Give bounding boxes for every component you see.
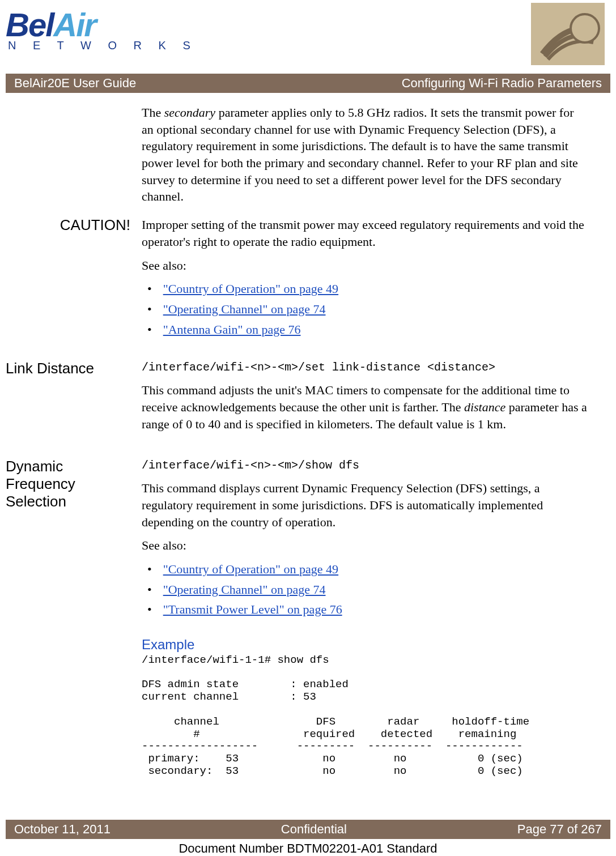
link-operating-channel[interactable]: "Operating Channel" on page 74 <box>163 301 326 318</box>
list-item: "Country of Operation" on page 49 <box>147 561 588 578</box>
distance-em: distance <box>464 400 505 414</box>
footer-confidential: Confidential <box>281 822 347 837</box>
cmd-link-distance: /interface/wifi-<n>-<m>/set link-distanc… <box>142 360 588 375</box>
section-title: Configuring Wi-Fi Radio Parameters <box>402 76 602 91</box>
list-item: "Operating Channel" on page 74 <box>147 301 588 318</box>
link-country-operation-2[interactable]: "Country of Operation" on page 49 <box>163 561 338 578</box>
footer-bar: October 11, 2011 Confidential Page 77 of… <box>6 820 610 839</box>
footer-date: October 11, 2011 <box>14 822 111 837</box>
page-header: BelAir N E T W O R K S <box>0 0 616 74</box>
footer-page: Page 77 of 267 <box>517 822 602 837</box>
dfs-paragraph: This command displays current Dynamic Fr… <box>142 480 588 530</box>
document-number: Document Number BDTM02201-A01 Standard <box>0 841 616 856</box>
link-operating-channel-2[interactable]: "Operating Channel" on page 74 <box>163 581 326 598</box>
logo-air: Air <box>53 6 96 43</box>
list-item: "Antenna Gain" on page 76 <box>147 321 588 338</box>
heading-dfs: Dynamic Frequency Selection <box>6 458 142 778</box>
belair-logo: BelAir N E T W O R K S <box>6 6 197 52</box>
title-bar: BelAir20E User Guide Configuring Wi-Fi R… <box>6 74 610 93</box>
networks-label: N E T W O R K S <box>8 39 197 52</box>
page-content: The secondary parameter applies only to … <box>0 93 616 794</box>
sidebar-empty <box>6 104 142 212</box>
caution-text: Improper setting of the transmit power m… <box>142 216 588 250</box>
secondary-param-paragraph: The secondary parameter applies only to … <box>142 104 588 205</box>
see-also-1: See also: <box>142 257 588 274</box>
see-also-list-1: "Country of Operation" on page 49 "Opera… <box>142 280 588 338</box>
belair-wordmark: BelAir <box>6 6 197 44</box>
swoosh-icon <box>531 3 605 67</box>
caution-label: CAUTION! <box>6 216 142 341</box>
link-country-operation[interactable]: "Country of Operation" on page 49 <box>163 280 338 297</box>
guide-title: BelAir20E User Guide <box>14 76 136 91</box>
heading-link-distance: Link Distance <box>6 360 142 439</box>
link-distance-paragraph: This command adjusts the unit's MAC time… <box>142 382 588 432</box>
example-heading: Example <box>142 636 588 654</box>
link-antenna-gain[interactable]: "Antenna Gain" on page 76 <box>163 321 301 338</box>
cmd-show-dfs: /interface/wifi-<n>-<m>/show dfs <box>142 458 588 473</box>
secondary-em: secondary <box>164 105 215 120</box>
svg-point-1 <box>571 14 599 42</box>
see-also-2: See also: <box>142 537 588 554</box>
list-item: "Transmit Power Level" on page 76 <box>147 601 588 618</box>
link-transmit-power[interactable]: "Transmit Power Level" on page 76 <box>163 601 342 618</box>
example-output: /interface/wifi-1-1# show dfs DFS admin … <box>142 654 588 778</box>
list-item: "Operating Channel" on page 74 <box>147 581 588 598</box>
list-item: "Country of Operation" on page 49 <box>147 280 588 297</box>
logo-bel: Bel <box>6 6 53 43</box>
see-also-list-2: "Country of Operation" on page 49 "Opera… <box>142 561 588 618</box>
